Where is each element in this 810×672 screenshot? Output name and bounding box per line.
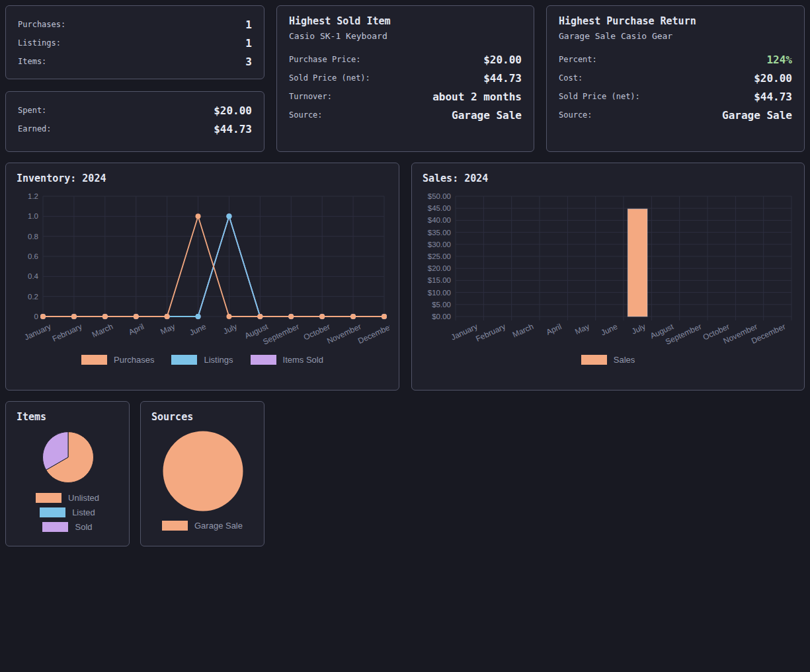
stat-row-purchase-price: Purchase Price: $20.00 [289, 50, 522, 69]
y-tick-label: $5.00 [432, 301, 451, 309]
y-tick-label: $35.00 [428, 229, 451, 237]
y-tick-label: $40.00 [428, 216, 451, 224]
y-tick-label: 0.8 [28, 233, 38, 241]
y-tick-label: 0.6 [28, 252, 38, 260]
sources-legend: Garage Sale [151, 521, 253, 531]
sales-bar-chart: $0.00$5.00$10.00$15.00$20.00$25.00$30.00… [423, 188, 795, 354]
legend-item-listings[interactable]: Listings [171, 355, 233, 365]
legend-item-purchases[interactable]: Purchases [81, 355, 154, 365]
legend-label: Unlisted [68, 493, 99, 503]
y-tick-label: 1.0 [28, 212, 38, 220]
highest-return-title: Highest Purchase Return [559, 15, 792, 27]
items-legend: UnlistedListedSold [17, 493, 118, 532]
legend-item-garage-sale[interactable]: Garage Sale [162, 521, 243, 531]
legend-item-unlisted[interactable]: Unlisted [36, 493, 99, 503]
x-tick-label: March [511, 322, 535, 340]
stat-row-sold-price: Sold Price (net): $44.73 [289, 69, 522, 87]
inventory-line-chart: 00.20.40.60.81.01.2JanuaryFebruaryMarchA… [17, 188, 389, 354]
summary-row: Purchases: 1 Listings: 1 Items: 3 Spent:… [5, 5, 805, 152]
sources-pie-chart [151, 427, 255, 515]
x-tick-label: February [474, 322, 506, 344]
series-purchases-point [257, 314, 263, 319]
source-value: Garage Sale [452, 109, 522, 122]
sold-price-value: $44.73 [483, 72, 522, 85]
bar-july [628, 209, 647, 317]
series-purchases-point [288, 314, 294, 319]
sales-chart-title: Sales: 2024 [423, 172, 793, 184]
legend-item-sales[interactable]: Sales [581, 355, 635, 365]
purchase-price-value: $20.00 [483, 54, 522, 66]
items-chart-card: Items UnlistedListedSold [5, 401, 130, 546]
x-tick-label: January [450, 322, 479, 342]
purchase-price-label: Purchase Price: [289, 55, 360, 64]
x-tick-label: November [325, 322, 362, 346]
x-tick-label: April [127, 322, 145, 337]
sources-chart-card: Sources Garage Sale [140, 401, 264, 546]
stat-row-earned: Earned: $44.73 [18, 120, 252, 138]
stat-row-cost: Cost: $20.00 [559, 69, 792, 87]
items-value: 3 [245, 56, 252, 68]
series-purchases-point [40, 314, 46, 319]
purchases-label: Purchases: [18, 20, 65, 29]
turnover-value: about 2 months [432, 91, 522, 103]
source-label: Source: [289, 110, 323, 120]
sold-price-label: Sold Price (net): [289, 73, 370, 83]
x-tick-label: June [600, 322, 620, 338]
stats-column: Purchases: 1 Listings: 1 Items: 3 Spent:… [5, 5, 264, 152]
highest-sold-card: Highest Sold Item Casio SK-1 Keyboard Pu… [276, 5, 534, 152]
legend-swatch [251, 355, 276, 365]
legend-item-sold[interactable]: Sold [42, 522, 92, 532]
legend-swatch [81, 355, 107, 365]
stat-row-percent: Percent: 124% [559, 50, 792, 69]
sales-legend: Sales [423, 355, 793, 365]
legend-item-items-sold[interactable]: Items Sold [251, 355, 323, 365]
inventory-chart-card: Inventory: 2024 00.20.40.60.81.01.2Janua… [5, 163, 399, 391]
series-purchases-line [43, 216, 384, 317]
highest-return-subtitle: Garage Sale Casio Gear [559, 31, 792, 41]
spent-value: $20.00 [214, 104, 252, 117]
series-listings-point [226, 213, 231, 219]
y-tick-label: 1.2 [28, 192, 38, 200]
return-source-label: Source: [559, 110, 592, 120]
y-tick-label: $20.00 [428, 264, 451, 272]
legend-item-listed[interactable]: Listed [40, 507, 95, 517]
legend-swatch [171, 355, 197, 365]
pies-row: Items UnlistedListedSold Sources Garage … [5, 401, 805, 546]
y-tick-label: $50.00 [428, 192, 451, 200]
series-purchases-point [134, 314, 139, 319]
stat-row-return-source: Source: Garage Sale [559, 106, 792, 124]
inventory-chart-title: Inventory: 2024 [17, 172, 388, 184]
stat-row-listings: Listings: 1 [18, 34, 252, 52]
earned-value: $44.73 [214, 123, 252, 135]
series-purchases-point [102, 314, 108, 319]
series-purchases-point [196, 213, 201, 219]
cost-value: $20.00 [754, 72, 792, 85]
listings-label: Listings: [18, 38, 61, 48]
series-purchases-point [165, 314, 170, 319]
series-purchases-point [382, 314, 387, 319]
sources-chart-title: Sources [151, 411, 253, 423]
x-tick-label: July [630, 322, 647, 336]
y-tick-label: $45.00 [428, 204, 451, 212]
stat-row-source: Source: Garage Sale [289, 106, 522, 124]
earned-label: Earned: [18, 124, 52, 133]
legend-label: Sold [75, 522, 92, 532]
money-card: Spent: $20.00 Earned: $44.73 [5, 91, 264, 152]
stat-row-turnover: Turnover: about 2 months [289, 87, 522, 106]
legend-swatch [162, 521, 188, 531]
y-tick-label: $10.00 [428, 289, 451, 297]
y-tick-label: $15.00 [428, 276, 451, 284]
sales-chart-card: Sales: 2024 $0.00$5.00$10.00$15.00$20.00… [411, 163, 805, 391]
spent-label: Spent: [18, 106, 46, 115]
items-chart-title: Items [17, 411, 118, 423]
x-tick-label: May [159, 322, 176, 336]
listings-value: 1 [245, 37, 252, 50]
legend-swatch [42, 522, 68, 532]
stat-row-spent: Spent: $20.00 [18, 101, 252, 120]
stat-row-purchases: Purchases: 1 [18, 15, 252, 34]
legend-swatch [40, 507, 65, 517]
return-sold-price-label: Sold Price (net): [559, 92, 640, 101]
stat-row-return-sold-price: Sold Price (net): $44.73 [559, 87, 792, 106]
series-purchases-point [319, 314, 325, 319]
y-tick-label: $0.00 [432, 313, 451, 320]
